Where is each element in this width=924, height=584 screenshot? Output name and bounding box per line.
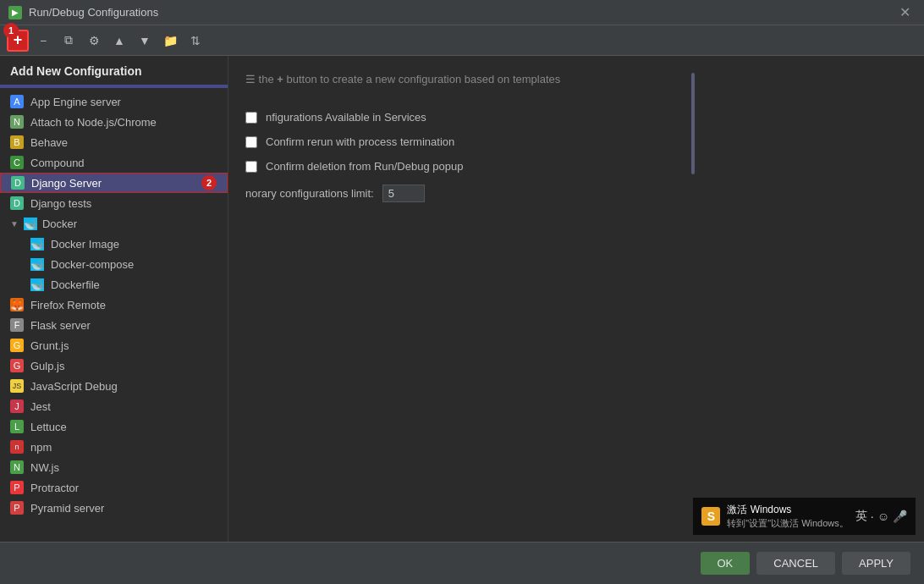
behave-label: Behave [30, 136, 68, 149]
dockerfile-label: Dockerfile [51, 278, 100, 291]
flask-label: Flask server [30, 319, 91, 332]
nav-item-nodejs[interactable]: N Attach to Node.js/Chrome [0, 112, 228, 132]
docker-image-icon: 🐋 [30, 238, 44, 251]
nav-item-docker-compose[interactable]: 🐋 Docker-compose [0, 254, 228, 274]
django-icon: D [11, 176, 25, 190]
move-down-button[interactable]: ▼ [134, 30, 156, 52]
folder-button[interactable]: 📁 [159, 30, 181, 52]
deletion-label: Confirm deletion from Run/Debug popup [266, 160, 463, 173]
protractor-label: Protractor [30, 482, 79, 494]
nav-item-docker-image[interactable]: 🐋 Docker Image [0, 234, 228, 254]
django-server-label: Django Server [31, 177, 102, 190]
docker-chevron: ▼ [10, 219, 19, 229]
nodejs-icon: N [10, 115, 24, 129]
bottom-bar: OK CANCEL APPLY [0, 542, 924, 584]
left-panel-header: Add New Configuration [0, 56, 228, 85]
tray-lang: 英 [855, 509, 867, 524]
app-engine-icon: A [10, 95, 24, 108]
protractor-icon: P [10, 481, 24, 494]
nodejs-label: Attach to Node.js/Chrome [30, 116, 157, 129]
nav-item-firefox[interactable]: 🦊 Firefox Remote [0, 295, 228, 315]
nav-item-behave[interactable]: B Behave [0, 132, 228, 152]
compound-icon: C [10, 156, 24, 169]
docker-compose-label: Docker-compose [51, 258, 134, 271]
nav-item-grunt[interactable]: G Grunt.js [0, 335, 228, 355]
config-row-services: nfigurations Available in Services [245, 111, 907, 124]
copy-button[interactable]: ⧉ [58, 30, 80, 52]
move-up-button[interactable]: ▲ [108, 30, 130, 52]
settings-button[interactable]: ⚙ [83, 30, 105, 52]
config-section: nfigurations Available in Services Confi… [245, 111, 907, 202]
nav-item-lettuce[interactable]: L Lettuce [0, 416, 228, 437]
gulp-label: Gulp.js [30, 360, 64, 372]
docker-icon: 🐋 [24, 218, 37, 230]
tray-mic: 🎤 [893, 510, 907, 523]
pyramid-label: Pyramid server [30, 502, 104, 515]
nav-item-pyramid[interactable]: P Pyramid server [0, 498, 228, 518]
django-tests-icon: D [10, 196, 24, 210]
gulp-icon: G [10, 359, 24, 372]
hint-arrow: ☰ the [245, 73, 277, 85]
dockerfile-icon: 🐋 [30, 278, 44, 291]
toolbar: 1 + − ⧉ ⚙ ▲ ▼ 📁 ⇅ [0, 25, 924, 56]
deletion-checkbox[interactable] [245, 161, 257, 173]
behave-icon: B [10, 135, 24, 149]
watermark-text-group: 激活 Windows 转到"设置"以激活 Windows。 [727, 503, 849, 530]
scroll-thumb[interactable] [691, 73, 695, 174]
nav-item-django-tests[interactable]: D Django tests [0, 193, 228, 213]
cancel-button[interactable]: CANCEL [756, 552, 835, 575]
left-divider [0, 85, 228, 88]
nw-label: NW.js [30, 461, 59, 474]
jsdebug-icon: JS [10, 379, 24, 393]
nav-item-gulp[interactable]: G Gulp.js [0, 355, 228, 376]
nav-item-compound[interactable]: C Compound [0, 152, 228, 173]
right-panel: ☰ the + button to create a new configura… [228, 56, 924, 542]
rerun-label: Confirm rerun with process termination [266, 135, 454, 148]
hint-rest: button to create a new configuration bas… [287, 73, 561, 85]
sort-button[interactable]: ⇅ [184, 30, 206, 52]
jest-label: Jest [30, 400, 51, 413]
app-engine-label: App Engine server [30, 96, 121, 108]
docker-label: Docker [42, 218, 77, 230]
npm-icon: n [10, 440, 24, 454]
nav-item-flask[interactable]: F Flask server [0, 315, 228, 335]
docker-image-label: Docker Image [51, 238, 119, 251]
jsdebug-label: JavaScript Debug [30, 380, 118, 393]
nav-item-nw[interactable]: N NW.js [0, 457, 228, 477]
hint-text: ☰ the + button to create a new configura… [245, 73, 907, 85]
lettuce-label: Lettuce [30, 421, 67, 433]
nw-icon: N [10, 460, 24, 474]
apply-button[interactable]: APPLY [842, 552, 910, 575]
firefox-icon: 🦊 [10, 298, 24, 311]
nav-item-app-engine[interactable]: A App Engine server [0, 91, 228, 112]
flask-icon: F [10, 318, 24, 332]
lettuce-icon: L [10, 420, 24, 433]
tray-dot: · [871, 510, 874, 523]
firefox-label: Firefox Remote [30, 299, 106, 311]
nav-item-jsdebug[interactable]: JS JavaScript Debug [0, 376, 228, 396]
windows-watermark: S 激活 Windows 转到"设置"以激活 Windows。 英 · ☺ 🎤 [693, 498, 916, 535]
compound-label: Compound [30, 157, 85, 169]
services-checkbox[interactable] [245, 112, 257, 124]
nav-item-dockerfile[interactable]: 🐋 Dockerfile [0, 274, 228, 295]
close-button[interactable]: ✕ [894, 3, 916, 22]
nav-item-protractor[interactable]: P Protractor [0, 477, 228, 498]
nav-item-npm[interactable]: n npm [0, 437, 228, 457]
nav-item-django-server[interactable]: D Django Server 2 [0, 173, 228, 193]
rerun-checkbox[interactable] [245, 136, 257, 148]
pyramid-icon: P [10, 501, 24, 515]
remove-button[interactable]: − [32, 30, 54, 52]
ok-button[interactable]: OK [701, 552, 751, 575]
docker-compose-icon: 🐋 [30, 258, 44, 271]
grunt-label: Grunt.js [30, 339, 69, 352]
temp-limit-input[interactable] [382, 185, 425, 202]
hint-plus: + [277, 73, 283, 85]
config-row-deletion: Confirm deletion from Run/Debug popup [245, 160, 907, 173]
nav-item-jest[interactable]: J Jest [0, 396, 228, 416]
tray-emoji: ☺ [877, 510, 889, 523]
nav-group-docker[interactable]: ▼ 🐋 Docker [0, 213, 228, 234]
grunt-icon: G [10, 339, 24, 352]
dialog-title: Run/Debug Configurations [29, 6, 158, 19]
jest-icon: J [10, 399, 24, 413]
npm-label: npm [30, 441, 52, 454]
